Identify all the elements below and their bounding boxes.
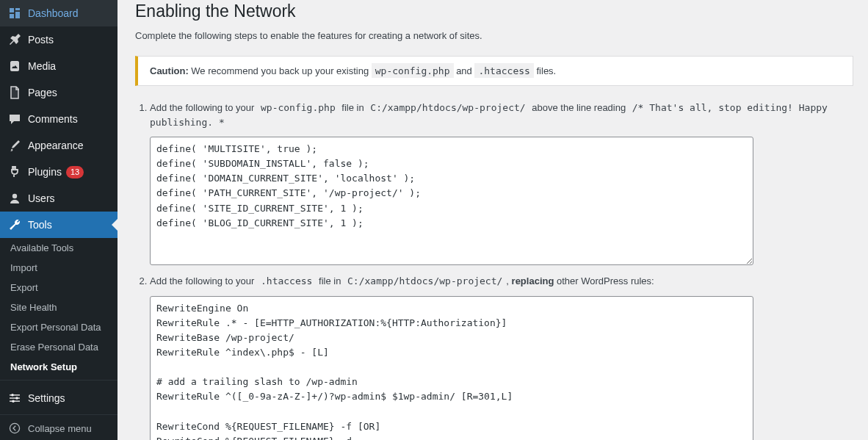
svg-point-6 bbox=[15, 397, 18, 400]
media-icon bbox=[7, 59, 22, 73]
svg-point-1 bbox=[12, 194, 17, 198]
sidebar-item-dashboard[interactable]: Dashboard bbox=[0, 0, 117, 26]
page-icon bbox=[7, 85, 22, 100]
sidebar-item-tools[interactable]: Tools bbox=[0, 212, 117, 238]
menu-label: Comments bbox=[28, 113, 78, 125]
submenu-item-export-personal-data[interactable]: Export Personal Data bbox=[0, 317, 117, 337]
sidebar-item-posts[interactable]: Posts bbox=[0, 26, 117, 53]
svg-rect-0 bbox=[11, 87, 18, 98]
svg-rect-2 bbox=[10, 394, 20, 396]
htaccess-textarea[interactable] bbox=[150, 296, 753, 440]
menu-label: Tools bbox=[28, 219, 52, 231]
sidebar-item-appearance[interactable]: Appearance bbox=[0, 132, 117, 159]
svg-point-7 bbox=[12, 400, 15, 403]
menu-label: Settings bbox=[28, 392, 65, 404]
submenu-item-available-tools[interactable]: Available Tools bbox=[0, 238, 117, 258]
intro-text: Complete the following steps to enable t… bbox=[135, 30, 853, 41]
wp-config-textarea[interactable] bbox=[150, 137, 753, 265]
svg-point-5 bbox=[11, 394, 14, 397]
wrench-icon bbox=[7, 217, 22, 232]
sidebar-item-media[interactable]: Media bbox=[0, 53, 117, 79]
submenu-item-import[interactable]: Import bbox=[0, 258, 117, 278]
svg-rect-3 bbox=[10, 397, 20, 399]
step2-path: C:/xampp/htdocs/wp-project/ bbox=[344, 273, 506, 288]
page-title: Enabling the Network bbox=[135, 1, 853, 21]
pin-icon bbox=[7, 32, 22, 47]
sidebar-item-pages[interactable]: Pages bbox=[0, 79, 117, 106]
svg-rect-4 bbox=[10, 400, 20, 402]
step2-strong: replacing bbox=[512, 275, 554, 286]
main-content: Enabling the Network Complete the follow… bbox=[117, 0, 868, 440]
menu-label: Users bbox=[28, 192, 55, 204]
svg-point-8 bbox=[10, 423, 19, 433]
menu-label: Appearance bbox=[28, 140, 84, 151]
brush-icon bbox=[7, 138, 22, 153]
menu-label: Plugins bbox=[28, 166, 62, 178]
admin-sidebar: DashboardPostsMediaPagesCommentsAppearan… bbox=[0, 0, 117, 440]
submenu-item-site-health[interactable]: Site Health bbox=[0, 297, 117, 317]
caution-tail: files. bbox=[534, 65, 556, 76]
step-2: Add the following to your .htaccess file… bbox=[150, 274, 853, 440]
step1-file: wp-config.php bbox=[257, 100, 339, 115]
submenu-item-export[interactable]: Export bbox=[0, 278, 117, 297]
htaccess-code: .htaccess bbox=[474, 63, 533, 78]
submenu-item-erase-personal-data[interactable]: Erase Personal Data bbox=[0, 337, 117, 357]
step2-file: .htaccess bbox=[257, 273, 316, 288]
caution-notice: Caution: We recommend you back up your e… bbox=[135, 56, 853, 86]
submenu-item-network-setup[interactable]: Network Setup bbox=[0, 357, 117, 377]
sidebar-item-comments[interactable]: Comments bbox=[0, 106, 117, 132]
plug-icon bbox=[7, 165, 22, 179]
user-icon bbox=[7, 191, 22, 206]
sidebar-item-plugins[interactable]: Plugins13 bbox=[0, 159, 117, 185]
menu-label: Dashboard bbox=[28, 7, 79, 19]
update-badge: 13 bbox=[66, 166, 84, 178]
collapse-label: Collapse menu bbox=[28, 423, 92, 434]
menu-label: Pages bbox=[28, 87, 57, 98]
settings-icon bbox=[7, 391, 22, 405]
sidebar-item-settings[interactable]: Settings bbox=[0, 385, 117, 411]
menu-label: Posts bbox=[28, 34, 54, 46]
caution-text: We recommend you back up your existing bbox=[189, 65, 372, 76]
menu-label: Media bbox=[28, 60, 56, 72]
step-1: Add the following to your wp-config.php … bbox=[150, 101, 853, 265]
caution-and: and bbox=[454, 65, 475, 76]
step1-path: C:/xampp/htdocs/wp-project/ bbox=[366, 100, 529, 115]
caution-strong: Caution: bbox=[150, 65, 189, 76]
collapse-icon bbox=[7, 421, 22, 436]
collapse-menu-button[interactable]: Collapse menu bbox=[0, 414, 117, 440]
menu-separator bbox=[0, 377, 117, 381]
dashboard-icon bbox=[7, 6, 22, 21]
steps-list: Add the following to your wp-config.php … bbox=[150, 101, 853, 440]
wp-config-code: wp-config.php bbox=[372, 63, 454, 78]
comment-icon bbox=[7, 112, 22, 126]
sidebar-item-users[interactable]: Users bbox=[0, 185, 117, 212]
